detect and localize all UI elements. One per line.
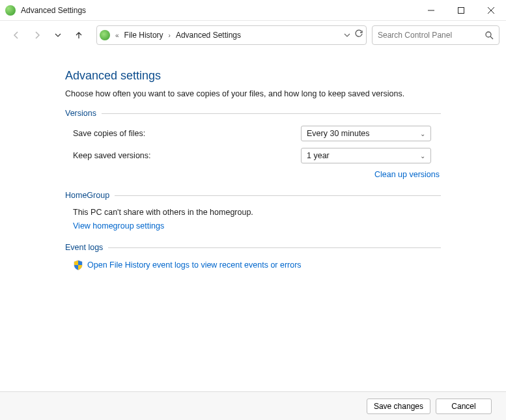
back-button[interactable]	[7, 25, 26, 45]
address-dropdown[interactable]	[344, 29, 350, 41]
app-icon	[5, 5, 16, 16]
breadcrumb-file-history[interactable]: File History	[122, 31, 166, 40]
save-copies-label: Save copies of files:	[73, 129, 301, 138]
section-title-homegroup: HomeGroup	[65, 191, 109, 200]
shield-icon	[73, 260, 83, 270]
open-event-logs-link[interactable]: Open File History event logs to view rec…	[87, 260, 302, 270]
save-copies-value: Every 30 minutes	[307, 129, 420, 138]
breadcrumb-prefix-icon: «	[113, 32, 122, 39]
maximize-icon	[458, 7, 464, 14]
forward-icon	[33, 31, 42, 40]
recent-dropdown[interactable]	[48, 25, 68, 45]
divider	[115, 195, 441, 196]
section-title-versions: Versions	[65, 109, 96, 118]
chevron-down-icon	[344, 32, 350, 38]
minimize-icon	[428, 7, 434, 14]
window-controls	[416, 0, 506, 20]
chevron-down-icon: ⌄	[420, 130, 425, 137]
up-icon	[74, 31, 83, 40]
titlebar: Advanced Settings	[0, 0, 506, 21]
search-box[interactable]	[372, 25, 499, 45]
row-save-copies: Save copies of files: Every 30 minutes ⌄	[65, 126, 441, 141]
svg-rect-1	[458, 7, 464, 13]
chevron-right-icon: ›	[166, 32, 173, 39]
file-history-icon	[100, 30, 110, 40]
cancel-button[interactable]: Cancel	[436, 399, 492, 414]
view-homegroup-link[interactable]: View homegroup settings	[73, 221, 164, 231]
page-intro: Choose how often you want to save copies…	[65, 89, 441, 98]
divider	[102, 113, 441, 114]
keep-versions-label: Keep saved versions:	[73, 151, 301, 160]
eventlogs-row: Open File History event logs to view rec…	[65, 260, 441, 270]
maximize-button[interactable]	[446, 0, 476, 20]
content-area: Advanced settings Choose how often you w…	[0, 49, 506, 270]
close-button[interactable]	[476, 0, 506, 20]
section-header-homegroup: HomeGroup	[65, 191, 441, 200]
search-input[interactable]	[378, 31, 485, 40]
svg-point-4	[486, 32, 491, 37]
save-button[interactable]: Save changes	[367, 399, 430, 414]
save-copies-select[interactable]: Every 30 minutes ⌄	[301, 126, 431, 141]
keep-versions-select[interactable]: 1 year ⌄	[301, 148, 431, 163]
footer-bar: Save changes Cancel	[0, 391, 506, 420]
refresh-icon	[354, 29, 363, 38]
cleanup-row: Clean up versions	[65, 170, 441, 179]
window-title: Advanced Settings	[21, 6, 416, 15]
divider	[108, 247, 441, 248]
homegroup-link-row: View homegroup settings	[65, 219, 441, 231]
search-icon	[485, 31, 494, 40]
row-keep-versions: Keep saved versions: 1 year ⌄	[65, 148, 441, 163]
cleanup-versions-link[interactable]: Clean up versions	[374, 170, 440, 179]
address-right-controls	[344, 29, 363, 41]
section-title-eventlogs: Event logs	[65, 243, 103, 252]
section-header-versions: Versions	[65, 109, 441, 118]
chevron-down-icon	[55, 32, 61, 38]
page-title: Advanced settings	[65, 69, 441, 83]
keep-versions-value: 1 year	[307, 151, 420, 160]
close-icon	[488, 7, 494, 14]
section-header-eventlogs: Event logs	[65, 243, 441, 252]
homegroup-text: This PC can't share with others in the h…	[65, 208, 441, 217]
address-bar[interactable]: « File History › Advanced Settings	[96, 25, 367, 45]
navbar: « File History › Advanced Settings	[0, 21, 506, 49]
back-icon	[12, 31, 21, 40]
forward-button[interactable]	[27, 25, 47, 45]
chevron-down-icon: ⌄	[420, 152, 425, 160]
refresh-button[interactable]	[354, 29, 363, 41]
up-button[interactable]	[69, 25, 89, 45]
svg-line-5	[490, 36, 493, 39]
minimize-button[interactable]	[416, 0, 446, 20]
breadcrumb-advanced-settings[interactable]: Advanced Settings	[173, 31, 244, 40]
